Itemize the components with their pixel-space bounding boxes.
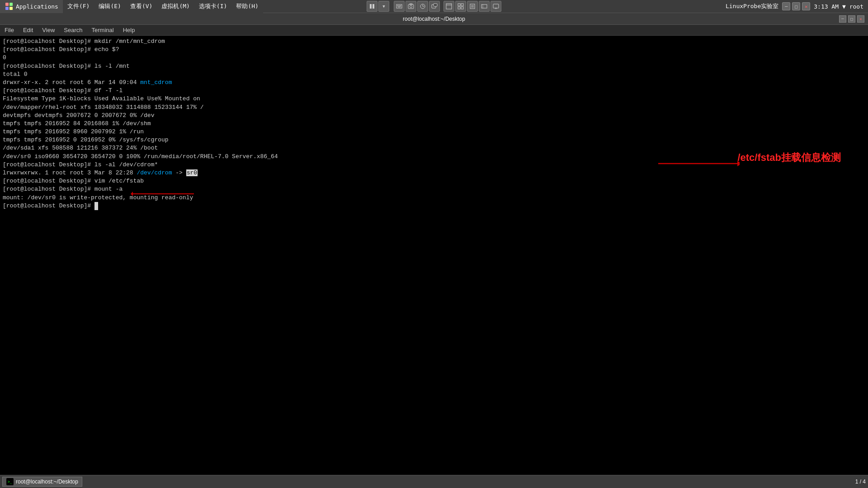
terminal-minimize-btn[interactable]: ─ bbox=[839, 15, 846, 23]
terminal-title: root@localhost:~/Desktop bbox=[403, 16, 465, 22]
topbar-menu-tabs[interactable]: 选项卡(I) bbox=[194, 0, 231, 13]
svg-rect-29 bbox=[493, 4, 499, 8]
view-normal-btn[interactable] bbox=[443, 1, 454, 12]
mnt-cdrom-link: mnt_cdrom bbox=[140, 79, 172, 86]
term-menu-view[interactable]: View bbox=[38, 25, 59, 36]
topbar-menu-vm[interactable]: 虚拟机(M) bbox=[157, 0, 194, 13]
term-menu-file[interactable]: File bbox=[0, 25, 19, 36]
pause-icon bbox=[369, 3, 375, 9]
term-menu-help[interactable]: Help bbox=[118, 25, 140, 36]
fit-icon bbox=[481, 3, 487, 9]
term-menu-terminal[interactable]: Terminal bbox=[87, 25, 118, 36]
line-18: [root@localhost Desktop]# vim /etc/fstab bbox=[3, 177, 865, 185]
svg-rect-5 bbox=[373, 4, 374, 9]
topbar-menu-file[interactable]: 文件(F) bbox=[63, 0, 94, 13]
send-keys-btn[interactable] bbox=[394, 1, 405, 12]
restore-btn[interactable]: □ bbox=[792, 2, 800, 10]
svg-rect-26 bbox=[471, 5, 474, 8]
terminal-icon-small: >_ bbox=[7, 479, 13, 484]
line-8: Filesystem Type 1K-blocks Used Available… bbox=[3, 95, 865, 103]
svg-rect-0 bbox=[5, 3, 9, 6]
keyboard-icon bbox=[396, 3, 402, 9]
minimize-btn[interactable]: ─ bbox=[782, 2, 790, 10]
svg-rect-10 bbox=[398, 7, 401, 7]
svg-rect-23 bbox=[458, 7, 460, 9]
svg-text:>_: >_ bbox=[8, 480, 12, 484]
terminal-content[interactable]: [root@localhost Desktop]# mkdir /mnt/mnt… bbox=[0, 36, 868, 475]
svg-rect-19 bbox=[446, 4, 452, 9]
history-btn[interactable] bbox=[417, 1, 428, 12]
svg-marker-33 bbox=[131, 192, 133, 196]
svg-rect-8 bbox=[399, 5, 400, 6]
terminal-window: root@localhost:~/Desktop ─ □ ✕ File Edit… bbox=[0, 13, 868, 475]
applications-icon bbox=[5, 2, 14, 11]
svg-rect-18 bbox=[434, 4, 437, 6]
snapshot-icon bbox=[431, 3, 438, 9]
fullscreen-icon bbox=[469, 3, 476, 9]
topbar-menu-edit[interactable]: 编辑(E) bbox=[94, 0, 125, 13]
snapshot-btn[interactable] bbox=[429, 1, 440, 12]
line-11: tmpfs tmpfs 2016952 84 2016868 1% /dev/s… bbox=[3, 120, 865, 128]
svg-rect-21 bbox=[458, 4, 460, 6]
svg-rect-24 bbox=[461, 7, 463, 9]
taskbar-terminal-item[interactable]: >_ root@localhost:~/Desktop bbox=[2, 477, 82, 487]
line-13: tmpfs tmpfs 2016952 0 2016952 0% /sys/fs… bbox=[3, 136, 865, 144]
terminal-title-controls: ─ □ ✕ bbox=[839, 15, 864, 23]
close-btn[interactable]: ✕ bbox=[802, 2, 810, 10]
svg-rect-1 bbox=[9, 3, 13, 6]
line-14: /dev/sda1 xfs 508588 121216 387372 24% /… bbox=[3, 144, 865, 152]
taskbar-right: 1 / 4 bbox=[855, 479, 866, 485]
line-19: [root@localhost Desktop]# mount -a bbox=[3, 185, 865, 193]
dropdown-btn[interactable]: ▼ bbox=[378, 1, 389, 12]
svg-rect-22 bbox=[461, 4, 463, 6]
terminal-close-btn[interactable]: ✕ bbox=[857, 15, 864, 23]
top-bar-left: Applications 文件(F) 编辑(E) 查看(V) 虚拟机(M) 选项… bbox=[0, 0, 263, 13]
fit-guest-btn[interactable] bbox=[479, 1, 490, 12]
svg-rect-4 bbox=[370, 4, 372, 9]
term-menu-search[interactable]: Search bbox=[59, 25, 87, 36]
line-4: [root@localhost Desktop]# ls -l /mnt bbox=[3, 62, 865, 70]
top-system-bar: Applications 文件(F) 编辑(E) 查看(V) 虚拟机(M) 选项… bbox=[0, 0, 868, 13]
line-2: [root@localhost Desktop]# echo $? bbox=[3, 46, 865, 54]
svg-rect-13 bbox=[410, 4, 412, 5]
view-unity-btn[interactable] bbox=[455, 1, 466, 12]
terminal-menu-bar: File Edit View Search Terminal Help bbox=[0, 25, 868, 36]
line-16: [root@localhost Desktop]# ls -al /dev/cd… bbox=[3, 161, 865, 169]
svg-rect-9 bbox=[400, 5, 401, 6]
svg-point-12 bbox=[410, 5, 412, 8]
unity-icon bbox=[458, 3, 464, 9]
line-5: total 0 bbox=[3, 70, 865, 79]
line-10: devtmpfs devtmpfs 2007672 0 2007672 0% /… bbox=[3, 112, 865, 120]
display-icon bbox=[493, 3, 499, 9]
svg-rect-11 bbox=[408, 5, 414, 9]
terminal-maximize-btn[interactable]: □ bbox=[848, 15, 855, 23]
page-indicator: 1 / 4 bbox=[855, 479, 866, 485]
dev-cdrom-link: /dev/cdrom bbox=[137, 169, 172, 176]
display-btn[interactable] bbox=[491, 1, 501, 12]
arrow-svg bbox=[131, 189, 203, 198]
applications-menu[interactable]: Applications bbox=[0, 0, 63, 13]
terminal-cursor bbox=[94, 202, 98, 210]
line-21: [root@localhost Desktop]# bbox=[3, 202, 865, 210]
line-6: drwxr-xr-x. 2 root root 6 Mar 14 09:04 m… bbox=[3, 79, 865, 87]
pause-btn[interactable] bbox=[367, 1, 377, 12]
line-3: 0 bbox=[3, 54, 865, 62]
camera-icon bbox=[408, 3, 414, 9]
view-fullscreen-btn[interactable] bbox=[467, 1, 478, 12]
topbar-menu-help[interactable]: 帮助(H) bbox=[231, 0, 263, 13]
sr0-highlight: sr0 bbox=[186, 169, 198, 176]
top-bar-right: LinuxProbe实验室 ─ □ ✕ 3:13 AM ▼ root bbox=[726, 0, 868, 13]
line-7: [root@localhost Desktop]# df -T -l bbox=[3, 87, 865, 95]
topbar-menu-view[interactable]: 查看(V) bbox=[126, 0, 157, 13]
toolbar-area: ▼ bbox=[367, 0, 501, 13]
taskbar-left: >_ root@localhost:~/Desktop bbox=[2, 477, 82, 487]
svg-rect-27 bbox=[481, 5, 487, 8]
bottom-taskbar: >_ root@localhost:~/Desktop 1 / 4 bbox=[0, 475, 868, 488]
time-display: 3:13 AM bbox=[814, 3, 839, 10]
taskbar-terminal-icon: >_ bbox=[6, 478, 14, 485]
window-controls: ─ □ ✕ bbox=[782, 2, 810, 10]
term-menu-edit[interactable]: Edit bbox=[19, 25, 38, 36]
screenshot-btn[interactable] bbox=[406, 1, 416, 12]
line-1: [root@localhost Desktop]# mkdir /mnt/mnt… bbox=[3, 38, 865, 46]
line-12: tmpfs tmpfs 2016952 8960 2007992 1% /run bbox=[3, 128, 865, 136]
